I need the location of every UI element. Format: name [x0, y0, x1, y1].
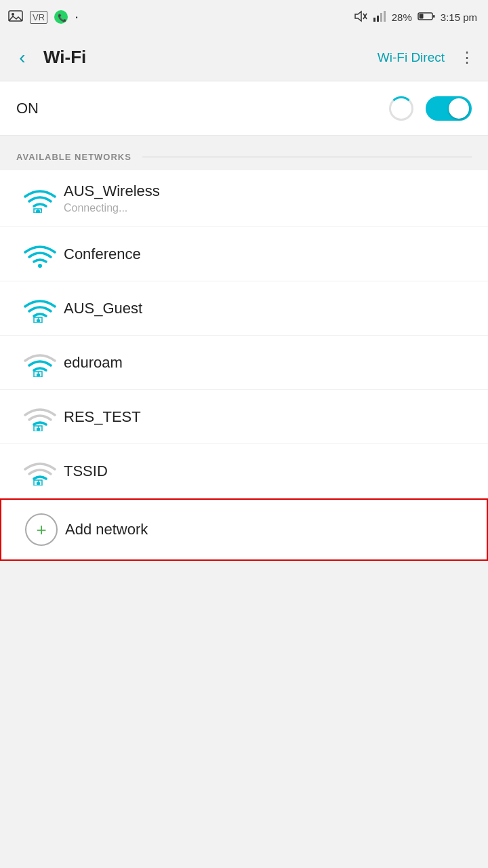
- add-network-label: Add network: [65, 521, 148, 538]
- battery-icon: [418, 12, 435, 23]
- svg-rect-22: [37, 374, 40, 376]
- svg-rect-19: [37, 319, 40, 322]
- dot-icon: ·: [75, 8, 79, 26]
- network-name-res-test: RES_TEST: [64, 408, 472, 426]
- network-list: AUS_Wireless Connecting... Conference: [0, 170, 488, 498]
- wifi-toggle-switch[interactable]: [426, 96, 472, 121]
- section-divider: [142, 157, 472, 157]
- svg-point-1: [12, 13, 14, 16]
- app-bar: ‹ Wi-Fi Wi-Fi Direct ⋮: [0, 34, 488, 81]
- plus-icon: +: [36, 521, 46, 538]
- svg-rect-15: [36, 210, 40, 213]
- wifi-toggle-row: ON: [0, 81, 488, 136]
- network-item-aus-wireless[interactable]: AUS_Wireless Connecting...: [0, 170, 488, 227]
- svg-rect-8: [380, 13, 382, 22]
- network-info-conference: Conference: [64, 245, 472, 263]
- svg-rect-25: [37, 428, 40, 431]
- battery-percent: 28%: [392, 12, 412, 23]
- back-button[interactable]: ‹: [5, 41, 39, 75]
- network-item-res-test[interactable]: RES_TEST: [0, 390, 488, 444]
- add-icon-wrap: +: [18, 513, 65, 546]
- network-info-eduroam: eduroam: [64, 354, 472, 372]
- wifi-icon-aus-guest: [16, 294, 64, 323]
- gallery-icon: [8, 9, 23, 25]
- svg-rect-9: [384, 11, 386, 22]
- page-title: Wi-Fi: [39, 47, 371, 68]
- network-info-tssid: TSSID: [64, 462, 472, 480]
- add-circle-icon: +: [25, 513, 58, 546]
- network-name-tssid: TSSID: [64, 462, 472, 480]
- back-arrow-icon: ‹: [19, 47, 25, 68]
- wifi-icon-conference: [16, 240, 64, 269]
- network-name-aus-wireless: AUS_Wireless: [64, 182, 472, 200]
- network-item-conference[interactable]: Conference: [0, 227, 488, 281]
- mute-icon: [354, 10, 367, 24]
- svg-point-16: [38, 264, 42, 268]
- status-bar-right: 28% 3:15 pm: [354, 10, 477, 24]
- available-networks-header: AVAILABLE NETWORKS: [0, 136, 488, 170]
- svg-rect-28: [37, 482, 40, 485]
- svg-rect-12: [433, 15, 435, 18]
- whatsapp-icon: 📞: [54, 10, 68, 24]
- network-name-conference: Conference: [64, 245, 472, 263]
- section-header-text: AVAILABLE NETWORKS: [16, 152, 131, 162]
- network-name-eduroam: eduroam: [64, 354, 472, 372]
- wifi-icon-eduroam: [16, 349, 64, 377]
- network-info-aus-guest: AUS_Guest: [64, 300, 472, 317]
- wifi-icon-aus-wireless: [16, 184, 64, 213]
- more-options-button[interactable]: ⋮: [451, 43, 481, 73]
- loading-spinner: [389, 96, 413, 121]
- network-item-aus-guest[interactable]: AUS_Guest: [0, 281, 488, 336]
- wifi-icon-tssid: [16, 457, 64, 486]
- svg-rect-11: [419, 14, 423, 18]
- svg-text:📞: 📞: [58, 13, 66, 22]
- wifi-direct-button[interactable]: Wi-Fi Direct: [371, 45, 451, 71]
- toggle-knob: [449, 98, 469, 119]
- svg-rect-7: [377, 16, 379, 22]
- signal-icon: [373, 11, 386, 24]
- more-dots-icon: ⋮: [460, 49, 474, 66]
- network-item-tssid[interactable]: TSSID: [0, 444, 488, 498]
- network-info-aus-wireless: AUS_Wireless Connecting...: [64, 182, 472, 214]
- add-network-button[interactable]: + Add network: [0, 498, 488, 561]
- clock: 3:15 pm: [441, 12, 477, 23]
- status-bar-left: VR 📞 ·: [8, 8, 79, 26]
- network-status-aus-wireless: Connecting...: [64, 202, 472, 214]
- network-info-res-test: RES_TEST: [64, 408, 472, 426]
- wifi-on-label: ON: [16, 100, 389, 117]
- vr-icon: VR: [30, 11, 47, 24]
- wifi-icon-res-test: [16, 403, 64, 431]
- svg-marker-3: [355, 12, 361, 21]
- svg-rect-6: [373, 18, 375, 22]
- status-bar: VR 📞 · 28% 3:15 p: [0, 0, 488, 34]
- network-name-aus-guest: AUS_Guest: [64, 300, 472, 317]
- network-item-eduroam[interactable]: eduroam: [0, 336, 488, 390]
